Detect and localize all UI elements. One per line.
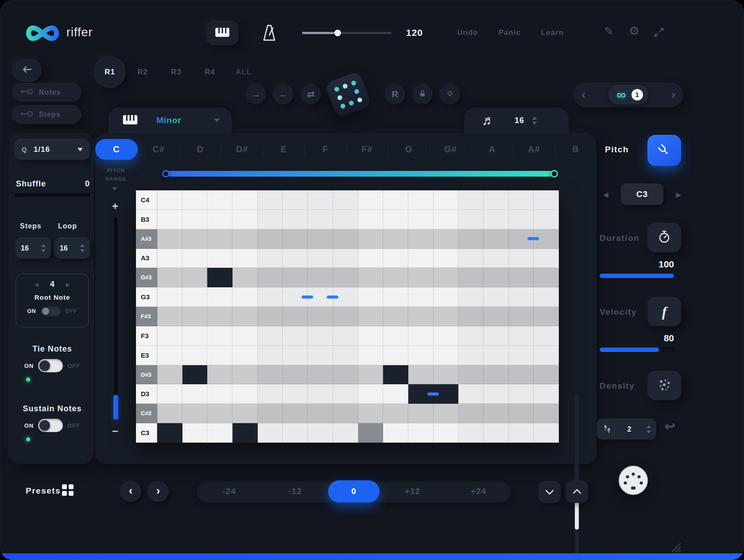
eraser-button[interactable]: [440, 84, 460, 104]
grid-cell[interactable]: [232, 229, 258, 249]
grid-cell[interactable]: [534, 268, 559, 287]
grid-cell[interactable]: [358, 287, 384, 307]
stepper-down-icon[interactable]: [532, 122, 537, 125]
grid-cell[interactable]: [534, 384, 559, 404]
grid-cell[interactable]: [383, 384, 408, 404]
grid-cell[interactable]: [358, 326, 384, 346]
grid-cell[interactable]: [207, 229, 232, 249]
grid-cell[interactable]: [283, 365, 308, 385]
grid-cell[interactable]: [207, 423, 232, 443]
grid-cell[interactable]: [434, 268, 459, 287]
shuffle-slider[interactable]: [15, 193, 90, 197]
grid-cell[interactable]: [484, 190, 509, 210]
grid-cell[interactable]: [434, 346, 459, 365]
grid-cell[interactable]: [458, 287, 484, 307]
key-gsharp[interactable]: G#: [430, 139, 471, 160]
grid-cell[interactable]: [182, 268, 208, 287]
grid-cell[interactable]: [283, 249, 308, 268]
grid-cell[interactable]: [232, 287, 258, 307]
repeat-loop-button[interactable]: ∞ 1: [608, 85, 648, 104]
grid-cell[interactable]: [157, 346, 182, 365]
grid-cell[interactable]: [509, 249, 534, 268]
grid-cell[interactable]: [408, 346, 434, 365]
dice-randomize-button[interactable]: [319, 66, 376, 124]
grid-cell[interactable]: [434, 307, 459, 326]
grid-cell[interactable]: [258, 287, 283, 307]
pitch-range-slider[interactable]: [162, 170, 558, 178]
grid-cell[interactable]: [383, 268, 408, 287]
grid-cell[interactable]: [458, 346, 484, 365]
grid-cell[interactable]: [484, 346, 509, 365]
grid-cell[interactable]: [383, 346, 408, 365]
grid-cell[interactable]: [333, 210, 358, 229]
grid-cell[interactable]: [333, 346, 358, 365]
grid-cell[interactable]: [207, 346, 232, 365]
grid-cell[interactable]: [283, 268, 308, 287]
zoom-out-icon[interactable]: −: [112, 426, 118, 436]
grid-cell[interactable]: [258, 249, 283, 268]
menu-undo[interactable]: Undo: [457, 28, 478, 37]
key-d[interactable]: D: [179, 139, 221, 160]
grid-cell[interactable]: [534, 346, 559, 365]
grid-cell[interactable]: [182, 287, 208, 307]
grid-cell[interactable]: [207, 384, 232, 404]
grid-cell[interactable]: [333, 365, 358, 385]
key-asharp[interactable]: A#: [513, 139, 555, 160]
grid-cell[interactable]: [308, 210, 333, 229]
grid-cell[interactable]: [232, 384, 258, 404]
pitch-zoom-handle[interactable]: [113, 395, 118, 420]
grid-cell[interactable]: [484, 249, 509, 268]
grid-cell[interactable]: [283, 307, 308, 326]
grid-cell[interactable]: [509, 307, 534, 326]
tie-notes-toggle[interactable]: [38, 359, 63, 372]
metronome-icon[interactable]: [260, 23, 279, 44]
grid-cell[interactable]: [434, 365, 459, 385]
root-note-next-icon[interactable]: ▶: [66, 282, 70, 287]
grid-cell[interactable]: [157, 404, 182, 423]
notes-view-toggle[interactable]: Notes: [12, 83, 81, 102]
steps-view-toggle[interactable]: Steps: [12, 105, 81, 124]
grid-cell[interactable]: [383, 365, 408, 385]
grid-cell[interactable]: [358, 346, 384, 365]
grid-cell[interactable]: [308, 190, 333, 210]
grid-cell[interactable]: [333, 307, 358, 326]
reset-riff-button[interactable]: R: [385, 84, 405, 104]
grid-cell[interactable]: [308, 365, 333, 385]
grid-cell[interactable]: [333, 249, 358, 268]
root-note-toggle[interactable]: [41, 306, 61, 316]
grid-cell[interactable]: [408, 423, 434, 443]
grid-cell[interactable]: [458, 404, 484, 423]
grid-cell[interactable]: [383, 249, 408, 268]
grid-cell[interactable]: [458, 268, 484, 287]
grid-cell[interactable]: [408, 268, 434, 287]
grid-cell[interactable]: [383, 423, 408, 443]
grid-cell[interactable]: [157, 423, 182, 443]
key-dsharp[interactable]: D#: [221, 139, 263, 160]
grid-cell[interactable]: [408, 326, 434, 346]
midi-connector-icon[interactable]: [618, 465, 648, 497]
grid-cell[interactable]: [434, 210, 459, 229]
grid-cell[interactable]: [509, 268, 534, 287]
grid-cell[interactable]: [534, 210, 559, 229]
grid-cell[interactable]: [434, 287, 459, 307]
grid-cell[interactable]: [258, 365, 283, 385]
resize-grip-icon[interactable]: [670, 541, 681, 554]
key-b[interactable]: B: [555, 139, 597, 160]
grid-scrollbar[interactable]: [575, 394, 579, 560]
velocity-bar[interactable]: [600, 348, 674, 352]
grid-cell[interactable]: [182, 346, 208, 365]
grid-cell[interactable]: [157, 326, 182, 346]
grid-cell[interactable]: [383, 326, 408, 346]
grid-cell[interactable]: [182, 404, 208, 423]
grid-cell[interactable]: [232, 346, 258, 365]
quantize-select[interactable]: Q 1/16: [15, 139, 90, 160]
grid-cell[interactable]: [308, 346, 333, 365]
keyboard-button[interactable]: [206, 21, 238, 45]
grid-cell[interactable]: [509, 365, 534, 385]
grid-cell[interactable]: [458, 384, 484, 404]
grid-cell[interactable]: [258, 404, 283, 423]
velocity-tick[interactable]: [527, 237, 539, 240]
grid-cell[interactable]: [534, 190, 559, 210]
grid-cell[interactable]: [383, 190, 408, 210]
grid-cell[interactable]: [358, 268, 384, 287]
